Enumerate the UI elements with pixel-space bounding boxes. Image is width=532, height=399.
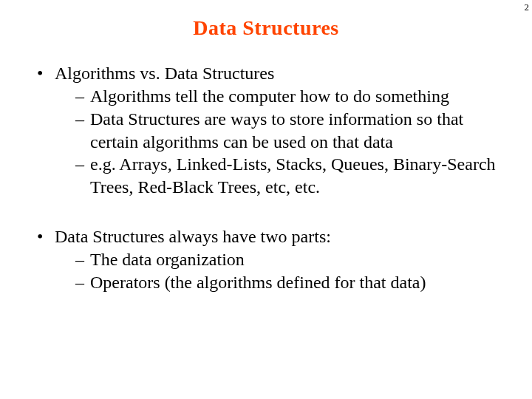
slide-content: •Algorithms vs. Data Structures – Algori… <box>0 62 532 293</box>
sub-item-text: The data organization <box>90 248 510 271</box>
sub-item: – e.g. Arrays, Linked-Lists, Stacks, Que… <box>75 153 510 198</box>
sub-list-2: – The data organization – Operators (the… <box>37 248 510 293</box>
sub-item-text: Operators (the algorithms defined for th… <box>90 271 510 294</box>
bullet-marker: • <box>37 225 55 248</box>
bullet-heading: Data Structures always have two parts: <box>55 227 331 246</box>
dash-marker: – <box>75 248 90 271</box>
dash-marker: – <box>75 271 90 294</box>
sub-item: – Operators (the algorithms defined for … <box>75 271 510 294</box>
bullet-section-2: •Data Structures always have two parts: <box>37 225 510 248</box>
sub-item: – Data Structures are ways to store info… <box>75 108 510 153</box>
sub-item: – The data organization <box>75 248 510 271</box>
sub-item-text: Data Structures are ways to store inform… <box>90 108 510 153</box>
page-number: 2 <box>525 1 530 13</box>
slide-title: Data Structures <box>0 16 532 40</box>
bullet-heading: Algorithms vs. Data Structures <box>55 64 274 83</box>
sub-item-text: Algorithms tell the computer how to do s… <box>90 85 510 108</box>
dash-marker: – <box>75 85 90 108</box>
dash-marker: – <box>75 153 90 198</box>
dash-marker: – <box>75 108 90 153</box>
bullet-marker: • <box>37 62 55 85</box>
sub-item: – Algorithms tell the computer how to do… <box>75 85 510 108</box>
bullet-section-1: •Algorithms vs. Data Structures <box>37 62 510 85</box>
sub-list-1: – Algorithms tell the computer how to do… <box>37 85 510 199</box>
sub-item-text: e.g. Arrays, Linked-Lists, Stacks, Queue… <box>90 153 510 198</box>
